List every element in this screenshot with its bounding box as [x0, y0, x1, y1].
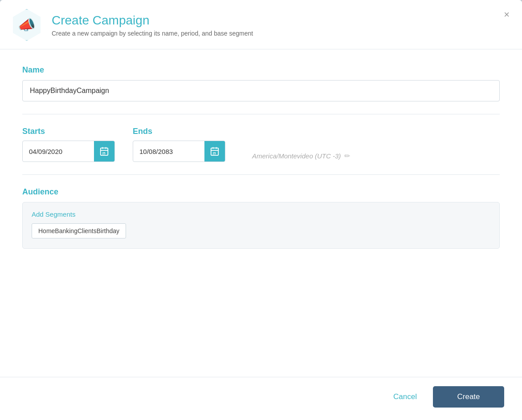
- create-campaign-modal: 📣 Create Campaign Create a new campaign …: [0, 0, 522, 420]
- modal-icon-wrap: 📣: [11, 9, 43, 41]
- close-icon: ×: [504, 9, 510, 20]
- audience-section: Audience Add Segments HomeBankingClients…: [22, 187, 500, 249]
- create-button[interactable]: Create: [433, 386, 504, 408]
- modal-title: Create Campaign: [52, 13, 253, 28]
- modal-body: Name Starts: [0, 49, 522, 377]
- timezone-text: America/Montevideo (UTC -3): [252, 152, 341, 160]
- starts-input-wrap: 25: [22, 141, 115, 162]
- segment-tags-container: HomeBankingClientsBirthday: [32, 223, 490, 238]
- calendar-icon-starts: 25: [99, 146, 109, 156]
- ends-group: Ends 25: [133, 127, 225, 162]
- close-button[interactable]: ×: [502, 8, 511, 21]
- starts-calendar-button[interactable]: 25: [94, 141, 114, 162]
- ends-calendar-button[interactable]: 25: [204, 141, 225, 162]
- starts-label: Starts: [22, 127, 115, 136]
- modal-footer: Cancel Create: [0, 377, 522, 420]
- ends-input-wrap: 25: [133, 141, 225, 162]
- calendar-icon-ends: 25: [210, 146, 220, 156]
- svg-text:25: 25: [212, 152, 216, 155]
- ends-label: Ends: [133, 127, 225, 136]
- divider-2: [22, 174, 500, 175]
- modal-subtitle: Create a new campaign by selecting its n…: [52, 30, 253, 37]
- header-text: Create Campaign Create a new campaign by…: [52, 13, 253, 37]
- svg-text:25: 25: [102, 152, 106, 155]
- cancel-button[interactable]: Cancel: [384, 387, 426, 407]
- modal-header: 📣 Create Campaign Create a new campaign …: [0, 0, 522, 49]
- campaign-name-input[interactable]: [22, 80, 500, 101]
- dates-row: Starts 25: [22, 127, 500, 162]
- audience-label: Audience: [22, 187, 500, 197]
- audience-box: Add Segments HomeBankingClientsBirthday: [22, 202, 500, 249]
- name-section: Name: [22, 65, 500, 101]
- divider-1: [22, 114, 500, 114]
- name-label: Name: [22, 65, 500, 75]
- starts-date-input[interactable]: [23, 142, 94, 161]
- ends-date-input[interactable]: [133, 142, 204, 161]
- timezone-wrap: America/Montevideo (UTC -3) ✏: [252, 152, 350, 162]
- add-segments-link[interactable]: Add Segments: [32, 210, 75, 218]
- modal-overlay: 📣 Create Campaign Create a new campaign …: [0, 0, 522, 420]
- megaphone-icon: 📣: [18, 16, 36, 33]
- starts-group: Starts 25: [22, 127, 115, 162]
- segment-tag: HomeBankingClientsBirthday: [32, 223, 126, 238]
- timezone-edit-icon[interactable]: ✏: [344, 152, 350, 160]
